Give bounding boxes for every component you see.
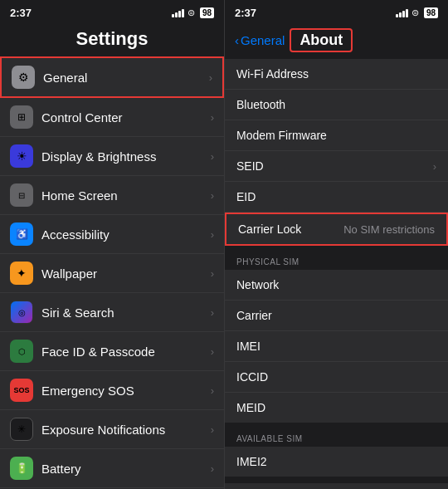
battery-chevron: ›: [211, 462, 214, 475]
about-item-network[interactable]: Network: [225, 270, 448, 301]
network-label: Network: [236, 278, 279, 291]
sos-icon: SOS: [10, 379, 33, 402]
about-item-imei2[interactable]: IMEI2: [225, 447, 448, 477]
siri-chevron: ›: [211, 306, 214, 319]
battery-icon: 98: [200, 7, 214, 18]
exposure-chevron: ›: [211, 423, 214, 436]
about-item-imei[interactable]: IMEI: [225, 331, 448, 362]
imei2-label: IMEI2: [236, 455, 267, 468]
right-signal-icon: [396, 7, 408, 17]
display-icon: ☀: [10, 144, 33, 168]
settings-title: Settings: [76, 28, 149, 49]
iccid-label: ICCID: [236, 370, 268, 384]
modem-label: Modem Firmware: [236, 129, 327, 142]
settings-list: ⚙ General › ⊞ Control Center › ☀ Display…: [0, 56, 224, 489]
right-panel: 2:37 ⊜ 98 ‹ General About Wi-Fi Address: [224, 0, 448, 489]
siri-icon: ◎: [10, 301, 33, 324]
wallpaper-icon: ✦: [10, 262, 33, 285]
group-gap-3: [225, 477, 448, 483]
exposure-label: Exposure Notifications: [41, 423, 211, 437]
settings-item-battery[interactable]: 🔋 Battery ›: [0, 449, 224, 488]
faceid-icon: ⬡: [10, 340, 33, 363]
about-item-carrier-lock[interactable]: Carrier Lock No SIM restrictions: [225, 213, 448, 246]
back-button[interactable]: ‹ General: [235, 33, 285, 47]
about-item-carrier[interactable]: Carrier: [225, 301, 448, 331]
home-label: Home Screen: [41, 188, 211, 203]
settings-item-sos[interactable]: SOS Emergency SOS ›: [0, 371, 224, 410]
wifi-address-label: Wi-Fi Address: [236, 67, 309, 81]
accessibility-label: Accessibility: [41, 227, 211, 242]
about-item-bluetooth[interactable]: Bluetooth: [225, 90, 448, 120]
carrier-lock-value: No SIM restrictions: [343, 223, 435, 236]
left-panel: 2:37 ⊜ 98 Settings ⚙ General › ⊞ Control…: [0, 0, 224, 489]
battery-label: Battery: [41, 462, 211, 476]
imei-label: IMEI: [236, 340, 261, 353]
accessibility-chevron: ›: [211, 228, 214, 241]
right-time: 2:37: [235, 7, 256, 19]
accessibility-icon: ♿: [10, 222, 33, 246]
group-gap-1: [225, 246, 448, 252]
right-status-bar: 2:37 ⊜ 98: [225, 0, 448, 25]
carrier-label: Carrier: [236, 309, 272, 322]
settings-item-wallpaper[interactable]: ✦ Wallpaper ›: [0, 254, 224, 293]
physical-sim-group: Network Carrier IMEI ICCID MEID: [225, 270, 448, 423]
carrier-lock-label: Carrier Lock: [238, 222, 301, 236]
cert-trust-group: Certificate Trust Settings ›: [225, 483, 448, 489]
bluetooth-label: Bluetooth: [236, 98, 285, 111]
home-icon: ⊟: [10, 183, 33, 207]
settings-item-accessibility[interactable]: ♿ Accessibility ›: [0, 215, 224, 254]
available-sim-group: IMEI2: [225, 447, 448, 477]
physical-sim-header: PHYSICAL SIM: [225, 252, 448, 270]
settings-item-exposure[interactable]: ✳ Exposure Notifications ›: [0, 410, 224, 449]
group-gap-2: [225, 423, 448, 429]
settings-item-display[interactable]: ☀ Display & Brightness ›: [0, 137, 224, 176]
settings-item-general[interactable]: ⚙ General ›: [0, 56, 224, 98]
settings-item-control-center[interactable]: ⊞ Control Center ›: [0, 98, 224, 137]
meid-label: MEID: [236, 401, 265, 414]
right-battery-icon: 98: [424, 7, 438, 18]
left-status-bar: 2:37 ⊜ 98: [0, 0, 224, 25]
faceid-label: Face ID & Passcode: [41, 345, 211, 359]
right-header: ‹ General About: [225, 25, 448, 59]
seid-chevron: ›: [433, 160, 436, 173]
right-wifi-icon: ⊜: [411, 7, 419, 18]
control-center-icon: ⊞: [10, 105, 33, 129]
settings-item-faceid[interactable]: ⬡ Face ID & Passcode ›: [0, 332, 224, 371]
left-header: Settings: [0, 25, 224, 56]
display-chevron: ›: [211, 150, 214, 163]
exposure-icon: ✳: [10, 418, 33, 441]
about-item-seid[interactable]: SEID ›: [225, 151, 448, 182]
settings-item-siri[interactable]: ◎ Siri & Search ›: [0, 293, 224, 332]
seid-label: SEID: [236, 159, 264, 173]
available-sim-header: AVAILABLE SIM: [225, 429, 448, 447]
about-item-wifi-address[interactable]: Wi-Fi Address: [225, 59, 448, 90]
about-item-iccid[interactable]: ICCID: [225, 362, 448, 393]
settings-item-home[interactable]: ⊟ Home Screen ›: [0, 176, 224, 215]
back-chevron-icon: ‹: [235, 33, 239, 47]
home-chevron: ›: [211, 189, 214, 202]
wallpaper-chevron: ›: [211, 267, 214, 280]
about-item-cert-trust[interactable]: Certificate Trust Settings ›: [225, 483, 448, 489]
sos-chevron: ›: [211, 384, 214, 397]
eid-label: EID: [236, 190, 256, 203]
control-center-chevron: ›: [211, 111, 214, 124]
general-icon: ⚙: [12, 66, 35, 89]
sos-label: Emergency SOS: [41, 384, 211, 398]
back-label: General: [241, 33, 285, 47]
battery-item-icon: 🔋: [10, 457, 33, 480]
faceid-chevron: ›: [211, 345, 214, 358]
general-label: General: [43, 71, 209, 85]
about-item-eid[interactable]: EID: [225, 182, 448, 213]
about-item-modem[interactable]: Modem Firmware: [225, 120, 448, 151]
display-label: Display & Brightness: [41, 149, 211, 164]
signal-icon: [172, 7, 184, 17]
control-center-label: Control Center: [41, 110, 211, 125]
left-time: 2:37: [10, 7, 32, 19]
right-status-icons: ⊜ 98: [396, 7, 438, 18]
about-group-1: Wi-Fi Address Bluetooth Modem Firmware S…: [225, 59, 448, 246]
about-list: Wi-Fi Address Bluetooth Modem Firmware S…: [225, 59, 448, 489]
about-item-meid[interactable]: MEID: [225, 393, 448, 423]
siri-label: Siri & Search: [41, 306, 211, 320]
wallpaper-label: Wallpaper: [41, 267, 211, 281]
general-chevron: ›: [209, 71, 212, 84]
